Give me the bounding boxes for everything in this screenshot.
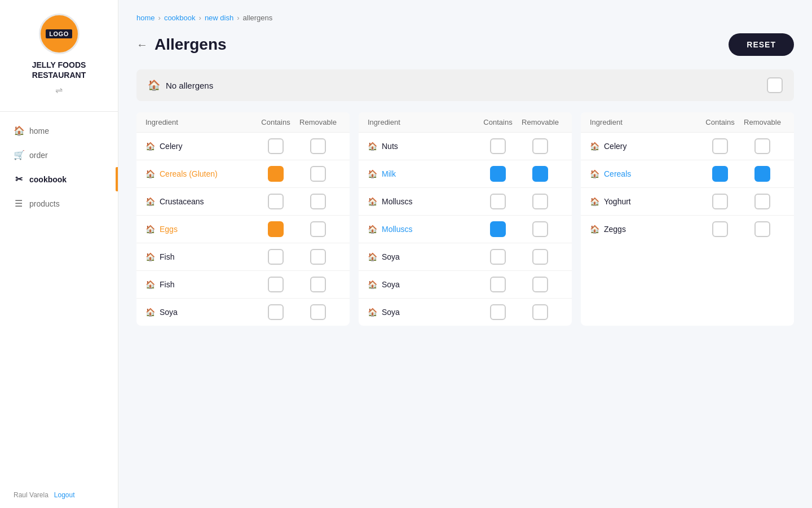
removable-checkbox[interactable] [310, 304, 326, 320]
contains-checkbox[interactable] [490, 138, 506, 154]
allergen-name-text: Soya [382, 308, 400, 317]
removable-cell [518, 138, 563, 154]
house-icon: 🏠 [590, 169, 599, 178]
contains-checkbox[interactable] [268, 304, 284, 320]
removable-checkbox[interactable] [754, 138, 770, 154]
restaurant-name: JELLY FOODS RESTAURANT [9, 60, 109, 80]
page-title: Allergens [155, 36, 227, 54]
sidebar-toggle[interactable]: ⇌ [55, 85, 63, 95]
back-button[interactable]: ← [136, 38, 148, 51]
page-header: ← Allergens RESET [136, 33, 794, 56]
removable-checkbox[interactable] [310, 249, 326, 265]
house-icon: 🏠 [145, 252, 155, 261]
removable-checkbox[interactable] [532, 304, 548, 320]
allergen-grid: IngredientContainsRemovable🏠Celery🏠Cerea… [136, 112, 794, 326]
sidebar-item-home[interactable]: 🏠 home [0, 119, 118, 143]
reset-button[interactable]: RESET [729, 33, 794, 56]
table-row: 🏠Soya [359, 243, 572, 271]
sidebar: LOGO JELLY FOODS RESTAURANT ⇌ 🏠 home 🛒 o… [0, 0, 118, 508]
table-row: 🏠Yoghurt [581, 188, 794, 216]
contains-checkbox[interactable] [712, 194, 728, 209]
contains-checkbox[interactable] [268, 277, 284, 292]
home-icon: 🏠 [14, 125, 24, 136]
column-header: Ingredient [590, 118, 700, 126]
logout-link[interactable]: Logout [54, 491, 75, 499]
contains-checkbox[interactable] [712, 138, 728, 154]
removable-checkbox[interactable] [310, 221, 326, 237]
contains-checkbox[interactable] [490, 166, 506, 182]
house-icon: 🏠 [145, 142, 155, 151]
sidebar-item-cookbook[interactable]: ✂ cookbook [0, 167, 118, 191]
contains-checkbox[interactable] [490, 277, 506, 292]
removable-checkbox[interactable] [754, 221, 770, 237]
allergen-table-header-3: IngredientContainsRemovable [581, 112, 794, 133]
table-row: 🏠Soya [359, 271, 572, 299]
sidebar-item-order[interactable]: 🛒 order [0, 143, 118, 167]
contains-checkbox[interactable] [490, 304, 506, 320]
contains-checkbox[interactable] [490, 249, 506, 265]
no-allergens-checkbox[interactable] [767, 77, 783, 93]
removable-cell [740, 138, 785, 154]
allergen-table-header-1: IngredientContainsRemovable [136, 112, 350, 133]
house-icon: 🏠 [368, 252, 377, 261]
breadcrumb-new-dish[interactable]: new dish [205, 14, 233, 22]
allergen-name-cell: 🏠Molluscs [368, 197, 478, 206]
removable-checkbox[interactable] [532, 194, 548, 209]
contains-checkbox[interactable] [268, 166, 284, 182]
contains-checkbox[interactable] [268, 249, 284, 265]
contains-checkbox[interactable] [268, 138, 284, 154]
allergen-name-text: Cereals (Gluten) [160, 169, 218, 178]
allergen-name-text: Fish [160, 280, 174, 289]
allergen-name-cell: 🏠Soya [368, 252, 478, 261]
table-row: 🏠Nuts [359, 133, 572, 160]
house-icon: 🏠 [368, 225, 377, 234]
removable-checkbox[interactable] [310, 138, 326, 154]
contains-checkbox[interactable] [712, 166, 728, 182]
removable-checkbox[interactable] [532, 166, 548, 182]
removable-checkbox[interactable] [310, 277, 326, 292]
removable-cell [295, 194, 341, 209]
removable-checkbox[interactable] [532, 138, 548, 154]
table-row: 🏠Cereals (Gluten) [136, 160, 350, 188]
sidebar-item-products[interactable]: ☰ products [0, 191, 118, 216]
removable-checkbox[interactable] [310, 194, 326, 209]
table-row: 🏠Molluscs [359, 188, 572, 216]
removable-checkbox[interactable] [754, 194, 770, 209]
allergen-name-text: Milk [382, 169, 396, 178]
contains-checkbox[interactable] [268, 221, 284, 237]
allergen-name-cell: 🏠Fish [145, 252, 256, 261]
contains-checkbox[interactable] [712, 221, 728, 237]
breadcrumb-sep-2: › [199, 14, 201, 22]
breadcrumb-home[interactable]: home [136, 14, 155, 22]
table-row: 🏠Fish [136, 271, 350, 299]
contains-cell [478, 221, 518, 237]
allergen-name-cell: 🏠Molluscs [368, 225, 478, 234]
breadcrumb-cookbook[interactable]: cookbook [164, 14, 196, 22]
contains-cell [256, 304, 295, 320]
removable-cell [518, 249, 563, 265]
products-icon: ☰ [14, 198, 24, 209]
no-allergens-label: No allergens [166, 81, 213, 90]
house-icon: 🏠 [145, 225, 155, 234]
contains-cell [256, 277, 295, 292]
removable-cell [295, 277, 341, 292]
contains-checkbox[interactable] [490, 194, 506, 209]
allergen-name-cell: 🏠Yoghurt [590, 197, 700, 206]
contains-checkbox[interactable] [268, 194, 284, 209]
removable-checkbox[interactable] [532, 221, 548, 237]
contains-cell [478, 166, 518, 182]
allergen-name-cell: 🏠Cereals (Gluten) [145, 169, 256, 178]
removable-cell [518, 194, 563, 209]
removable-cell [295, 249, 341, 265]
contains-cell [256, 249, 295, 265]
removable-checkbox[interactable] [310, 166, 326, 182]
contains-checkbox[interactable] [490, 221, 506, 237]
removable-checkbox[interactable] [754, 166, 770, 182]
house-icon: 🏠 [145, 169, 155, 178]
house-icon: 🏠 [368, 197, 377, 206]
house-icon: 🏠 [145, 308, 155, 317]
removable-checkbox[interactable] [532, 249, 548, 265]
no-allergens-icon: 🏠 [148, 79, 160, 91]
allergen-name-text: Molluscs [382, 225, 412, 234]
removable-checkbox[interactable] [532, 277, 548, 292]
